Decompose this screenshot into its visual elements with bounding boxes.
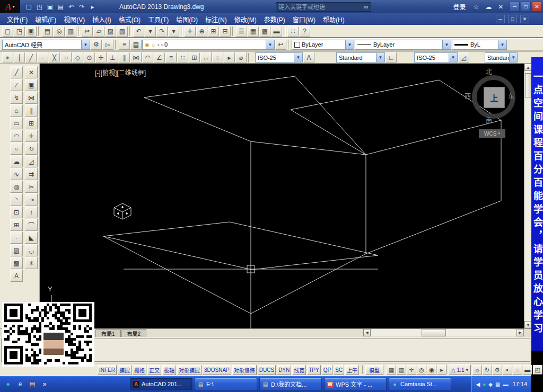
construction-line-tool-icon[interactable]: ∕ — [10, 79, 23, 91]
make-block-tool-icon[interactable]: ⊞ — [10, 219, 23, 231]
tray-volume-icon[interactable]: ◆ — [488, 381, 493, 387]
menu-item-3[interactable]: 视图(V) — [60, 13, 89, 25]
quick-launch-folder-icon[interactable]: ▤ — [28, 379, 37, 389]
viewport-controls-label[interactable]: [-][俯视][二维线框] — [95, 68, 146, 77]
help-question-icon[interactable]: ? — [299, 26, 310, 37]
scroll-left-button[interactable]: ◀ — [363, 329, 371, 336]
taskbar-button-5[interactable]: ●Camtasia St... — [389, 378, 451, 390]
revision-cloud-tool-icon[interactable]: ☁ — [10, 155, 23, 167]
menu-item-5[interactable]: 格式(O) — [115, 13, 144, 25]
qat-plot-icon[interactable]: ▤ — [56, 2, 65, 11]
status-toggle-infer[interactable]: INFER — [98, 365, 117, 375]
ellipse-tool-icon[interactable]: ◍ — [10, 181, 23, 193]
snap-midpoint-icon[interactable]: ∙ — [37, 52, 48, 63]
properties-icon[interactable]: ☰ — [236, 26, 247, 37]
autodesk-360-icon[interactable]: ☁ — [485, 3, 492, 11]
move-tool-icon[interactable]: ✛ — [25, 130, 38, 142]
chevron-down-icon[interactable]: ▼ — [266, 40, 274, 49]
snap-none-icon[interactable]: ≡ — [165, 52, 177, 63]
temp-track-point-icon[interactable]: ⌖ — [2, 52, 13, 63]
tray-collapse-icon[interactable]: ◀ — [476, 381, 480, 387]
explode-tool-icon[interactable]: ✳ — [25, 257, 38, 269]
menu-item-6[interactable]: 工具(T) — [144, 13, 172, 25]
workspace-save-icon[interactable]: ▻ — [102, 40, 113, 50]
autocad-app-menu-button[interactable]: A ▾ — [0, 0, 20, 13]
pan-icon[interactable]: ✛ — [185, 26, 196, 37]
vertical-scroll-thumb[interactable] — [525, 73, 531, 97]
copy-tool-icon[interactable]: ▣ — [25, 79, 38, 91]
mleader-style-combobox[interactable]: Standard ▼ — [485, 52, 518, 63]
taskbar-button-2[interactable]: ▤E:\ — [195, 378, 257, 390]
qat-undo-icon[interactable]: ↶ — [67, 2, 76, 11]
copy-icon[interactable]: ▱ — [93, 26, 104, 37]
insert-block-tool-icon[interactable]: ⊡ — [10, 206, 23, 218]
layer-combobox[interactable]: ◉☼▪▫ 0 ▼ — [142, 40, 275, 50]
redo-dropdown-icon[interactable]: ▾ — [168, 26, 179, 37]
status-toggle-对象捕捉[interactable]: 对象捕捉 — [177, 365, 202, 375]
doc-minimize-button[interactable]: ─ — [496, 15, 505, 23]
menu-item-9[interactable]: 修改(M) — [231, 13, 260, 25]
taskbar-button-1[interactable]: AAutoCAD 201... — [130, 378, 192, 390]
taskbar-button-4[interactable]: WWPS 文字 - ... — [324, 378, 387, 390]
arc-tool-icon[interactable]: ◠ — [10, 130, 23, 142]
cleanscreen-icon[interactable]: ◰ — [533, 365, 542, 375]
viewcube-south-label[interactable]: 南 — [485, 115, 493, 124]
snap-marker-icon[interactable]: ◌ — [212, 52, 223, 63]
break-tool-icon[interactable]: ≀ — [25, 206, 38, 218]
sheetset-manager-icon[interactable]: ▬ — [271, 26, 282, 37]
snap-endpoint-icon[interactable]: ╱ — [25, 52, 37, 63]
snap-perpendicular-icon[interactable]: ⊥ — [107, 52, 118, 63]
scroll-right-button[interactable]: ▶ — [516, 329, 524, 336]
snap-insert-icon[interactable]: ⊞ — [189, 52, 200, 63]
snap-intersection-icon[interactable]: ╳ — [49, 52, 60, 63]
gradient-tool-icon[interactable]: ▩ — [10, 257, 23, 269]
object-snap-track-icon[interactable]: ↔ — [200, 52, 212, 63]
chevron-down-icon[interactable]: ▼ — [376, 53, 384, 62]
tray-ime-icon[interactable]: ▬ — [503, 381, 508, 387]
viewcube-west-label[interactable]: 西 — [463, 91, 472, 100]
zoom-realtime-icon[interactable]: ⊕ — [196, 26, 207, 37]
horizontal-scrollbar[interactable]: ◀ ▶ — [363, 329, 524, 336]
snap-apparent-int-icon[interactable]: ⋈ — [130, 52, 142, 63]
status-pan-icon[interactable]: ✛ — [407, 365, 416, 375]
doc-restore-button[interactable]: □ — [508, 15, 517, 23]
workspace-combobox[interactable]: AutoCAD 经典 ▼ — [2, 40, 90, 50]
annotation-scale-button[interactable]: △ 1:1 ▾ — [449, 364, 471, 375]
snap-settings-icon[interactable]: ▸ — [224, 52, 235, 63]
viewcube-north-label[interactable]: 北 — [485, 67, 493, 76]
layer-lock-icon[interactable]: ▪ — [157, 42, 160, 48]
annotation-visibility-icon[interactable]: ☼ — [472, 365, 482, 375]
hatch-tool-icon[interactable]: ▨ — [10, 244, 23, 256]
taskbar-button-3[interactable]: ▤D:\我的文档... — [259, 378, 322, 390]
status-toggle-上午[interactable]: 上午 — [345, 365, 359, 375]
layer-sun-icon[interactable]: ☼ — [151, 42, 156, 48]
polygon-tool-icon[interactable]: ⌂ — [10, 104, 23, 117]
dim-style-combobox[interactable]: ISO-25 ▼ — [255, 52, 303, 63]
point-tool-icon[interactable]: ∙ — [10, 231, 23, 244]
snap-parallel-icon[interactable]: ∥ — [119, 52, 130, 63]
extend-tool-icon[interactable]: ⇥ — [25, 193, 38, 206]
horizontal-scroll-track[interactable] — [371, 329, 516, 336]
new-icon[interactable]: ▢ — [2, 26, 13, 37]
quick-view-layouts-icon[interactable]: ▦ — [387, 365, 396, 375]
snap-nearest-icon[interactable]: ∷ — [177, 52, 188, 63]
tool-palettes-icon[interactable]: ▩ — [259, 26, 270, 37]
text-style-combobox[interactable]: Standard ▼ — [336, 52, 385, 63]
osnap-flyout-icon[interactable]: ⌀ — [235, 52, 247, 63]
snap-node-icon[interactable]: ✛ — [95, 52, 107, 63]
menu-item-2[interactable]: 编辑(E) — [31, 13, 60, 25]
rectangle-tool-icon[interactable]: ▭ — [10, 117, 23, 129]
status-toggle-tpy[interactable]: TPY — [307, 365, 320, 375]
qat-more-icon[interactable]: ▸ — [88, 2, 97, 11]
publish-icon[interactable]: ▥ — [65, 26, 76, 37]
menu-item-1[interactable]: 文件(F) — [3, 13, 31, 25]
table-style-combobox[interactable]: ISO-25 ▼ — [414, 52, 458, 63]
status-toggle-正交[interactable]: 正交 — [147, 365, 161, 375]
array-tool-icon[interactable]: ⊞ — [25, 117, 38, 129]
vertical-scrollbar[interactable]: ▲ ▼ — [524, 64, 531, 328]
snap-extension-icon[interactable]: ◠ — [142, 52, 153, 63]
redo-icon[interactable]: ↷ — [156, 26, 168, 37]
zoom-window-icon[interactable]: ⊞ — [208, 26, 219, 37]
status-toggle-线宽[interactable]: 线宽 — [292, 365, 306, 375]
chevron-down-icon[interactable]: ▼ — [345, 40, 354, 49]
